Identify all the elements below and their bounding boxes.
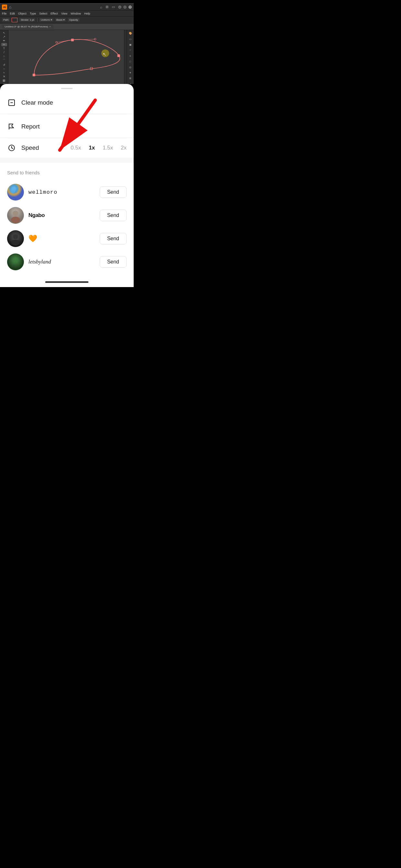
illustrator-screenshot: Ai ⌂ ⌕ ⊞ ▭ – □ × File Edit Object Type S… bbox=[0, 0, 134, 84]
toolbar-basic: Basic ▾ bbox=[55, 18, 66, 22]
menu-view[interactable]: View bbox=[61, 12, 67, 15]
svg-point-23 bbox=[11, 240, 20, 245]
send-btn-4[interactable]: Send bbox=[100, 256, 127, 268]
ai-home-icon: ⌂ bbox=[9, 5, 13, 9]
menu-object[interactable]: Object bbox=[18, 12, 27, 15]
friend-name-4: letsbyland bbox=[28, 259, 95, 265]
speed-row: Speed 0.5x 1x 1.5x 2x bbox=[0, 138, 134, 158]
tool-eyedropper[interactable]: ✕ bbox=[1, 75, 7, 78]
menu-effect[interactable]: Effect bbox=[51, 12, 58, 15]
friend-item-3: 🧡 Send bbox=[7, 227, 127, 250]
clear-mode-item[interactable]: Clear mode bbox=[0, 93, 134, 113]
ai-menubar: File Edit Object Type Select Effect View… bbox=[0, 11, 134, 17]
tool-direct-select[interactable]: ↗ bbox=[1, 35, 7, 38]
tool-width[interactable]: ≈ bbox=[1, 71, 7, 74]
right-img-icon[interactable]: ▣ bbox=[128, 42, 133, 47]
ai-tabbar: Untitled-3* @ 66,67 % (RGB/Preview) × bbox=[0, 24, 134, 30]
ai-tab-title: Untitled-3* @ 66,67 % (RGB/Preview) bbox=[4, 25, 48, 28]
right-transform-icon[interactable]: ⊞ bbox=[128, 76, 133, 81]
right-layers-icon[interactable]: ≡ bbox=[128, 54, 133, 58]
svg-point-25 bbox=[13, 257, 18, 262]
tool-ellipse[interactable]: ○ bbox=[1, 55, 7, 58]
sheet-content: Clear mode Report bbox=[0, 90, 134, 277]
ai-panel-icon: ▭ bbox=[112, 5, 115, 9]
tool-type[interactable]: T bbox=[1, 47, 7, 50]
ai-maximize-btn[interactable]: □ bbox=[123, 5, 127, 9]
ai-tab-close-icon[interactable]: × bbox=[50, 25, 51, 28]
friend-name-2: Ngabo bbox=[28, 212, 95, 219]
friend-avatar-3 bbox=[7, 230, 24, 247]
report-icon bbox=[7, 122, 16, 131]
right-sun-icon[interactable]: ✦ bbox=[128, 71, 133, 75]
speed-2x[interactable]: 2x bbox=[121, 145, 127, 151]
menu-edit[interactable]: Edit bbox=[10, 12, 15, 15]
friend-name-1: wellmoro bbox=[28, 189, 95, 195]
ai-document-tab[interactable]: Untitled-3* @ 66,67 % (RGB/Preview) × bbox=[2, 25, 54, 29]
menu-help[interactable]: Help bbox=[84, 12, 90, 15]
send-btn-2[interactable]: Send bbox=[100, 210, 127, 221]
speed-1x[interactable]: 1x bbox=[89, 145, 95, 151]
send-btn-1[interactable]: Send bbox=[100, 186, 127, 198]
speed-0.5x[interactable]: 0.5x bbox=[71, 145, 81, 151]
right-panel-icon[interactable]: ▭ bbox=[128, 37, 133, 41]
ai-window: Ai ⌂ ⌕ ⊞ ▭ – □ × File Edit Object Type S… bbox=[0, 3, 134, 84]
toolbar-sep-1 bbox=[37, 18, 37, 22]
send-btn-3[interactable]: Send bbox=[100, 233, 127, 244]
menu-window[interactable]: Window bbox=[71, 12, 81, 15]
sheet-handle bbox=[61, 88, 73, 89]
right-circle-icon[interactable]: ◎ bbox=[128, 65, 133, 69]
friend-item-2: Ngabo Send bbox=[7, 204, 127, 227]
speed-icon bbox=[7, 144, 16, 152]
toolbar-stroke-label: Stroke: 1 pt bbox=[19, 18, 35, 22]
speed-options: 0.5x 1x 1.5x 2x bbox=[71, 145, 127, 151]
toolbar-stroke-preview bbox=[11, 18, 18, 22]
ai-search-icon: ⌕ bbox=[100, 5, 102, 9]
toolbar-path: Path bbox=[2, 18, 10, 22]
ai-minimize-btn[interactable]: – bbox=[118, 5, 121, 9]
send-section: Send to friends bbox=[0, 163, 134, 277]
clear-mode-label: Clear mode bbox=[21, 99, 127, 106]
tool-graph[interactable]: ▦ bbox=[1, 79, 7, 82]
tool-pen[interactable]: ✒ bbox=[1, 39, 7, 42]
svg-text:↖: ↖ bbox=[103, 52, 106, 57]
ai-cursor-indicator: ↖ bbox=[101, 49, 111, 59]
menu-file[interactable]: File bbox=[2, 12, 7, 15]
friend-item-4: letsbyland Send bbox=[7, 250, 127, 274]
toolbar-opacity: Opacity bbox=[68, 18, 79, 22]
speed-1.5x[interactable]: 1.5x bbox=[103, 145, 113, 151]
ai-grid-icon: ⊞ bbox=[105, 5, 109, 9]
svg-point-17 bbox=[10, 187, 16, 193]
sheet-handle-area bbox=[0, 84, 134, 90]
tool-line[interactable]: / bbox=[1, 51, 7, 54]
tool-rotate[interactable]: ↺ bbox=[1, 63, 7, 66]
clear-mode-icon bbox=[7, 98, 16, 107]
report-item[interactable]: Report bbox=[0, 117, 134, 136]
speed-label: Speed bbox=[21, 144, 66, 151]
ai-scrollbar[interactable] bbox=[124, 30, 127, 84]
home-indicator bbox=[0, 277, 134, 287]
right-finger-icon[interactable]: ☞ bbox=[128, 48, 133, 52]
ai-tools-panel: ↖ ↗ ✒ ✏ T / ○ ⌒ ↺ ↔ ≈ ✕ ▦ ⊡ ✋ ⊕ bbox=[0, 30, 8, 84]
ai-right-panel: 🎨 ▭ ▣ ☞ ≡ □ ◎ ✦ ⊞ ⤢ bbox=[127, 30, 134, 84]
svg-rect-2 bbox=[33, 74, 35, 76]
send-title: Send to friends bbox=[7, 170, 127, 175]
menu-section-report: Report bbox=[0, 114, 134, 138]
tool-paintbrush[interactable]: ⌒ bbox=[1, 58, 7, 63]
friend-name-3: 🧡 bbox=[28, 235, 95, 243]
report-label: Report bbox=[21, 123, 127, 130]
tool-select[interactable]: ↖ bbox=[1, 31, 7, 35]
svg-rect-3 bbox=[118, 55, 120, 57]
ai-close-btn[interactable]: × bbox=[128, 5, 132, 9]
home-bar bbox=[45, 281, 89, 283]
menu-type[interactable]: Type bbox=[30, 12, 36, 15]
svg-point-20 bbox=[11, 217, 20, 223]
svg-point-22 bbox=[13, 234, 18, 239]
right-artboard-icon[interactable]: □ bbox=[128, 59, 133, 64]
tool-pen-active[interactable]: ✏ bbox=[1, 43, 7, 46]
right-color-icon[interactable]: 🎨 bbox=[128, 31, 133, 35]
svg-point-19 bbox=[12, 211, 19, 216]
ai-titlebar: Ai ⌂ ⌕ ⊞ ▭ – □ × bbox=[0, 4, 134, 11]
tool-reflect[interactable]: ↔ bbox=[1, 67, 7, 70]
menu-select[interactable]: Select bbox=[39, 12, 48, 15]
friend-avatar-2 bbox=[7, 207, 24, 224]
